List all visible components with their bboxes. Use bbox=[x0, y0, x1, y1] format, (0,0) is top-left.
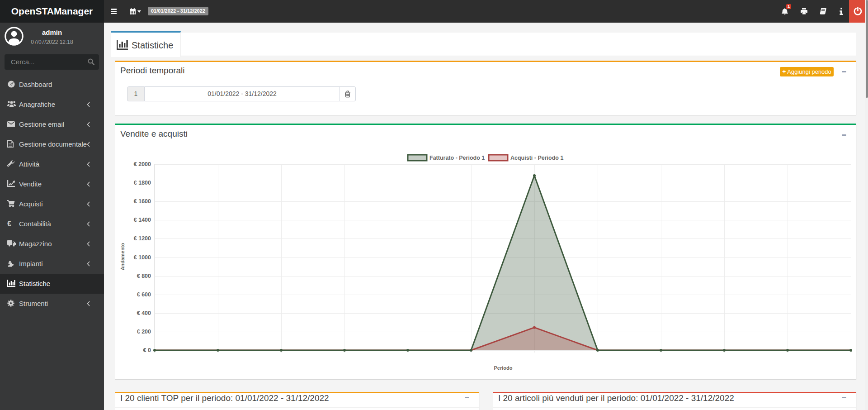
svg-text:€ 1200: € 1200 bbox=[134, 235, 151, 242]
svg-text:€ 0: € 0 bbox=[143, 347, 151, 353]
svg-text:€ 1000: € 1000 bbox=[134, 254, 151, 261]
svg-text:€ 1600: € 1600 bbox=[134, 198, 151, 205]
svg-text:€ 1400: € 1400 bbox=[134, 217, 151, 223]
svg-text:€ 800: € 800 bbox=[137, 273, 151, 279]
svg-text:€ 400: € 400 bbox=[137, 310, 151, 316]
svg-text:Fatturato - Periodo 1: Fatturato - Periodo 1 bbox=[429, 155, 485, 161]
svg-text:Andamento: Andamento bbox=[120, 243, 125, 270]
svg-text:€ 600: € 600 bbox=[137, 291, 151, 298]
svg-text:€: € bbox=[7, 220, 11, 228]
svg-text:€ 2000: € 2000 bbox=[134, 161, 151, 167]
svg-text:€ 200: € 200 bbox=[137, 329, 151, 335]
svg-text:Periodo: Periodo bbox=[494, 365, 513, 371]
svg-text:Acquisti - Periodo 1: Acquisti - Periodo 1 bbox=[510, 155, 563, 161]
svg-text:€ 1800: € 1800 bbox=[134, 180, 151, 186]
